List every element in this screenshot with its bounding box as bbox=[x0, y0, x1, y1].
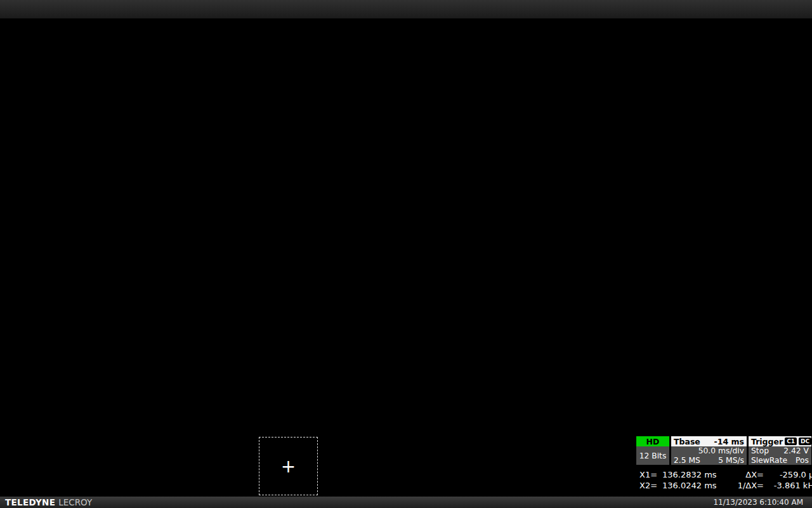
invdx-value: -3.861 kHz bbox=[769, 480, 812, 491]
invdx-label: 1/ΔX= bbox=[731, 480, 769, 491]
trigger-level: 2.42 V bbox=[783, 446, 809, 455]
trigger-type: SlewRate bbox=[751, 456, 787, 465]
timebase-summary-box[interactable]: Tbase -14 ms 50.0 ms/div 2.5 MS 5 MS/s bbox=[671, 436, 747, 465]
hd-title: HD bbox=[646, 437, 660, 446]
tbase-samples: 2.5 MS bbox=[674, 456, 700, 465]
tbase-rate: 5 MS/s bbox=[718, 456, 744, 465]
trigger-mode: Stop bbox=[751, 446, 769, 455]
hd-mode-box[interactable]: HD 12 Bits bbox=[636, 436, 669, 465]
trigger-slope: Pos bbox=[796, 456, 809, 465]
x1-label: X1= bbox=[639, 469, 662, 480]
trigger-title: Trigger bbox=[751, 437, 783, 446]
tbase-offset: -14 ms bbox=[714, 437, 744, 446]
datetime: 11/13/2023 6:10:40 AM bbox=[713, 498, 803, 507]
cursor-readout: X1= 136.2832 ms ΔX= -259.0 µs X2= 136.02… bbox=[639, 469, 812, 491]
trigger-coupling-badge: DC bbox=[799, 438, 811, 445]
trigger-source-badge: C1 bbox=[785, 438, 797, 445]
tbase-title: Tbase bbox=[674, 437, 700, 446]
x2-value: 136.0242 ms bbox=[662, 480, 731, 491]
status-bar: TELEDYNE LECROY 11/13/2023 6:10:40 AM bbox=[0, 497, 812, 508]
plus-icon: + bbox=[281, 456, 296, 477]
trigger-summary-box[interactable]: Trigger C1 DC Stop 2.42 V SlewRate Pos bbox=[749, 436, 811, 465]
tbase-scale: 50.0 ms/div bbox=[698, 446, 744, 455]
hd-bits: 12 Bits bbox=[639, 451, 667, 460]
x2-label: X2= bbox=[639, 480, 662, 491]
dx-label: ΔX= bbox=[731, 469, 769, 480]
menu-bar bbox=[0, 0, 812, 19]
oscilloscope-screen: + HD 12 Bits Tbase -14 ms 50.0 ms/div 2.… bbox=[0, 0, 812, 508]
brand-lecroy: LECROY bbox=[58, 497, 92, 507]
waveform-display[interactable] bbox=[0, 19, 812, 436]
add-trace-box[interactable]: + bbox=[259, 437, 318, 495]
x1-value: 136.2832 ms bbox=[662, 469, 731, 480]
dx-value: -259.0 µs bbox=[769, 469, 812, 480]
brand-teledyne: TELEDYNE bbox=[5, 497, 55, 507]
